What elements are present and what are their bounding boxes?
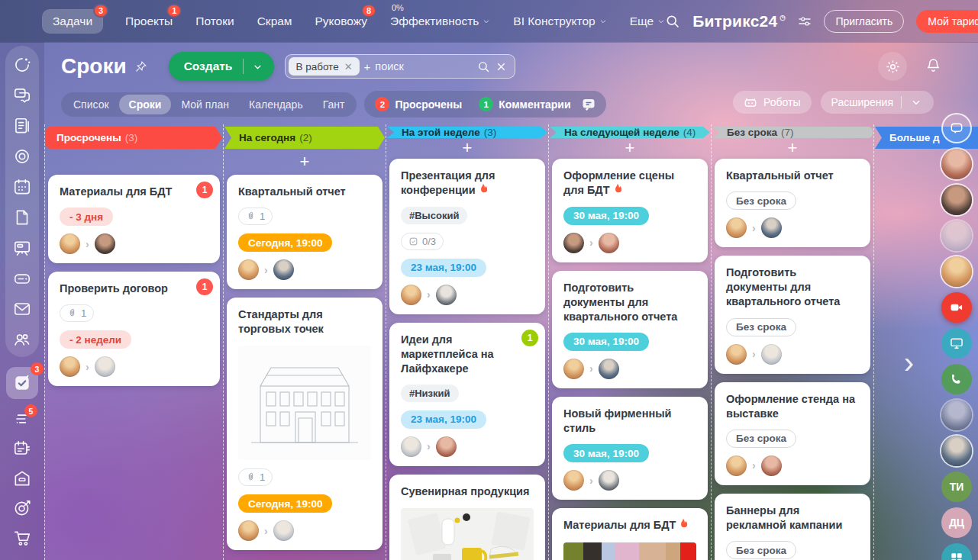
column-header-overdue[interactable]: Просрочены (3) — [46, 127, 222, 149]
clear-search-icon[interactable] — [495, 60, 508, 73]
shop-icon[interactable] — [12, 528, 32, 548]
task-card[interactable]: Подготовить документы для квартального о… — [715, 256, 870, 373]
boards-icon[interactable] — [12, 238, 32, 258]
creator-avatar[interactable] — [726, 455, 747, 476]
creator-avatar[interactable] — [563, 233, 584, 253]
menu-item-flows[interactable]: Потоки — [195, 14, 234, 28]
menu-item-scrum[interactable]: Скрам — [257, 14, 292, 28]
chat-user-avatar[interactable] — [941, 149, 972, 179]
comments-bubble-icon[interactable] — [581, 97, 596, 112]
creator-avatar[interactable] — [60, 233, 80, 254]
task-card[interactable]: Квартальный отчет Без срока › — [715, 159, 870, 247]
task-card[interactable]: Новый фирменный стиль 30 мая, 19:00 › — [552, 397, 708, 500]
warehouse-icon[interactable] — [12, 468, 32, 488]
remove-filter-icon[interactable]: ✕ — [344, 61, 353, 72]
add-card-button[interactable]: + — [224, 149, 386, 174]
tab-my-plan[interactable]: Мой план — [171, 95, 239, 114]
column-header-no-deadline[interactable]: Без срока (7) — [712, 127, 873, 138]
notifications-button[interactable] — [925, 57, 941, 76]
creator-avatar[interactable] — [60, 356, 80, 377]
add-card-button[interactable]: + — [549, 138, 711, 158]
add-card-button[interactable]: + — [386, 138, 548, 158]
menu-item-tasks[interactable]: Задачи 3 — [43, 10, 102, 33]
screen-share-button[interactable] — [941, 328, 972, 359]
task-card[interactable]: Материалы для БДТ — [552, 508, 708, 560]
creator-avatar[interactable] — [726, 217, 747, 238]
task-card[interactable]: Подготовить документы для квартального о… — [552, 271, 708, 388]
creator-avatar[interactable] — [563, 359, 584, 379]
search-icon[interactable] — [477, 60, 490, 73]
creator-avatar[interactable] — [238, 259, 259, 280]
task-card[interactable]: Сувенирная продукция — [389, 475, 545, 560]
apps-grid-button[interactable] — [941, 543, 972, 560]
chat-user-avatar[interactable] — [941, 436, 972, 466]
task-card[interactable]: Баннеры для рекламной кампании Без срока… — [715, 494, 870, 560]
search-icon[interactable] — [665, 14, 680, 29]
invite-button[interactable]: Пригласить — [824, 10, 904, 33]
assignee-avatar[interactable] — [599, 233, 619, 253]
robots-button[interactable]: Роботы — [733, 91, 811, 114]
assignee-avatar[interactable] — [761, 344, 782, 365]
extensions-button[interactable]: Расширения — [821, 91, 934, 114]
assignee-avatar[interactable] — [599, 359, 619, 379]
copilot-ai-icon[interactable] — [12, 55, 32, 75]
menu-item-efficiency[interactable]: 0% Эффективность — [390, 14, 490, 28]
settings-sliders-icon[interactable] — [798, 15, 812, 27]
my-tariff-button[interactable]: Мой тариф — [916, 10, 978, 33]
chat-group-badge[interactable]: ТИ — [941, 471, 972, 502]
calendar-icon[interactable] — [12, 177, 32, 197]
sidebar-item-tasks-active[interactable]: 3 — [6, 367, 38, 399]
expand-rail-arrow[interactable]: › — [904, 347, 914, 378]
create-task-button[interactable]: Создать — [169, 52, 275, 81]
chat-user-avatar[interactable] — [941, 220, 972, 251]
search-input[interactable] — [375, 60, 473, 72]
voice-call-button[interactable] — [941, 364, 972, 394]
workgroups-icon[interactable] — [12, 146, 32, 166]
chats-icon[interactable] — [12, 85, 32, 105]
assignee-avatar[interactable] — [95, 233, 115, 254]
creator-avatar[interactable] — [401, 285, 421, 305]
assignee-avatar[interactable] — [599, 470, 619, 491]
pin-icon[interactable] — [134, 60, 147, 73]
creator-avatar[interactable] — [563, 470, 584, 491]
tab-gantt[interactable]: Гант — [313, 95, 355, 114]
chat-group-badge[interactable]: ДЦ — [941, 507, 972, 538]
planner-icon[interactable] — [12, 439, 32, 459]
assignee-avatar[interactable] — [273, 520, 294, 541]
news-feed-icon[interactable] — [12, 116, 32, 136]
menu-item-supervise[interactable]: Руковожу 8 — [315, 14, 367, 28]
chat-bubble-button[interactable] — [941, 113, 972, 143]
chat-user-avatar[interactable] — [941, 256, 972, 287]
menu-item-projects[interactable]: Проекты 1 — [125, 14, 173, 28]
creator-avatar[interactable] — [726, 344, 747, 365]
assignee-avatar[interactable] — [273, 259, 294, 280]
task-card[interactable]: Оформление стенда на выставке Без срока … — [715, 382, 870, 485]
marketing-icon[interactable] — [12, 498, 32, 518]
task-filter-searchbar[interactable]: В работе ✕ + — [285, 54, 515, 79]
add-card-button[interactable]: + — [712, 138, 873, 158]
comments-counter[interactable]: 1 Комментарии — [470, 93, 579, 115]
board-settings-button[interactable] — [878, 52, 907, 81]
creator-avatar[interactable] — [401, 436, 421, 457]
chat-user-avatar[interactable] — [941, 400, 972, 430]
team-icon[interactable] — [12, 330, 32, 349]
column-header-this-week[interactable]: На этой неделе (3) — [387, 127, 547, 138]
flows-icon[interactable]: 5 — [12, 409, 32, 429]
task-card[interactable]: 1 Проверить договор 1 - 2 недели › — [48, 272, 220, 386]
tab-calendar[interactable]: Календарь — [239, 95, 313, 114]
bitrix24-logo[interactable]: Битрикс24 ◷ — [692, 12, 786, 31]
task-card[interactable]: 1 Идеи для маркетплейса на Лайфхакере #Н… — [389, 323, 545, 466]
column-header-today[interactable]: На сегодня (2) — [224, 127, 385, 149]
creator-avatar[interactable] — [238, 520, 259, 541]
documents-icon[interactable] — [12, 208, 32, 227]
assignee-avatar[interactable] — [436, 436, 457, 457]
tab-list[interactable]: Список — [63, 95, 119, 114]
filter-chip-in-progress[interactable]: В работе ✕ — [289, 57, 359, 76]
assignee-avatar[interactable] — [436, 285, 457, 305]
task-card[interactable]: Стандарты для торговых точек 1 Сегодня, — [227, 298, 382, 550]
assignee-avatar[interactable] — [761, 217, 782, 238]
task-card[interactable]: Квартальный отчет 1 Сегодня, 19:00 › — [227, 175, 382, 289]
column-header-next-week[interactable]: На следующей неделе (4) — [550, 127, 710, 138]
menu-item-more[interactable]: Еще — [630, 14, 666, 28]
chat-user-avatar[interactable] — [941, 185, 972, 215]
